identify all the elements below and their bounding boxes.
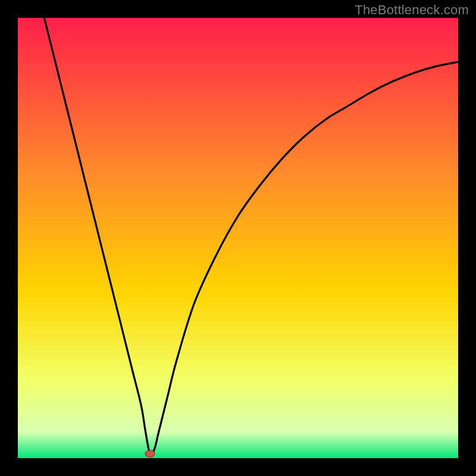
plot-area (18, 18, 458, 458)
watermark-text: TheBottleneck.com (355, 2, 469, 18)
background-gradient (18, 18, 458, 458)
svg-rect-0 (18, 18, 458, 458)
chart-frame: TheBottleneck.com (0, 0, 476, 476)
